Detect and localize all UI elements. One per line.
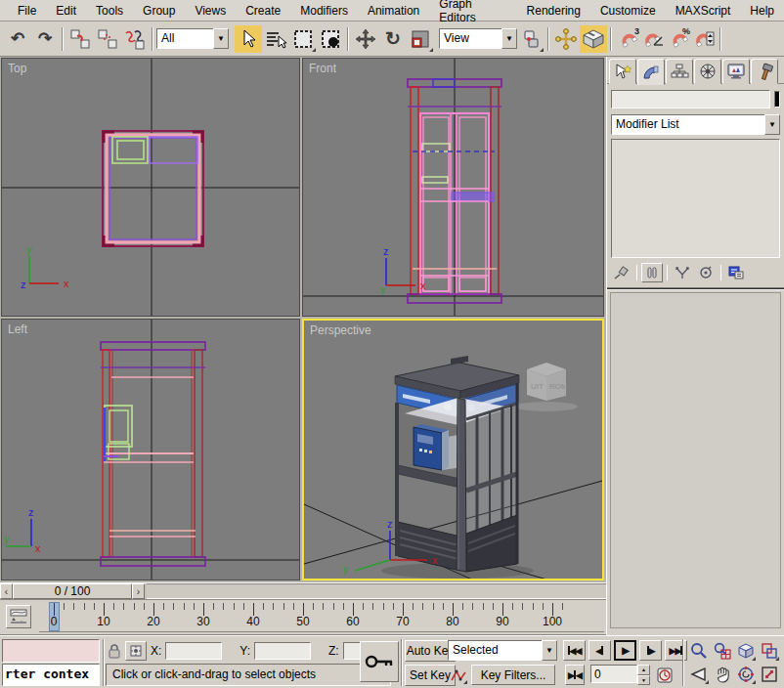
menu-group[interactable]: Group <box>133 2 185 20</box>
absolute-offset-mode-button[interactable] <box>125 641 147 661</box>
menu-help[interactable]: Help <box>740 2 784 20</box>
timeline-ruler[interactable]: 0 10 20 30 40 50 60 70 80 90 100 <box>39 602 604 633</box>
select-cursor-icon <box>240 29 257 49</box>
pan-button[interactable] <box>712 664 733 685</box>
selection-lock-icon[interactable] <box>108 643 121 659</box>
spinner-down-button[interactable]: ▼ <box>637 675 650 686</box>
menu-file[interactable]: File <box>8 2 46 20</box>
viewport-perspective[interactable]: UIT ROM <box>302 319 604 580</box>
zoom-extents-button[interactable] <box>735 640 757 662</box>
menu-edit[interactable]: Edit <box>46 2 86 20</box>
menu-rendering[interactable]: Rendering <box>517 2 590 20</box>
object-name-field[interactable] <box>611 90 770 108</box>
play-button[interactable]: ▶ <box>614 640 636 661</box>
reference-coordinate-system-dropdown[interactable]: View ▼ <box>439 28 517 49</box>
current-frame-field[interactable] <box>590 665 637 683</box>
macro-recorder-pane[interactable] <box>2 639 100 663</box>
menu-maxscript[interactable]: MAXScript <box>666 2 741 20</box>
tab-display[interactable] <box>722 59 750 84</box>
menu-bar: File Edit Tools Group Views Create Modif… <box>0 0 784 22</box>
time-slider-next-button[interactable]: › <box>132 583 145 599</box>
select-and-link-button[interactable] <box>66 25 94 53</box>
key-filters-button[interactable]: Key Filters... <box>471 665 555 685</box>
window-crossing-toggle-button[interactable] <box>317 25 344 53</box>
select-and-move-button[interactable] <box>352 25 379 53</box>
chevron-down-icon[interactable]: ▼ <box>501 28 517 49</box>
select-and-manipulate-button[interactable] <box>552 25 580 53</box>
go-to-start-button[interactable]: ◀◀ <box>563 640 586 661</box>
snaps-toggle-button[interactable]: 3 <box>615 26 640 52</box>
zoom-extents-all-button[interactable] <box>759 640 780 662</box>
viewport-top-label[interactable]: Top <box>8 62 26 75</box>
menu-views[interactable]: Views <box>185 2 236 20</box>
select-by-name-button[interactable] <box>262 25 289 53</box>
object-color-swatch[interactable] <box>774 91 780 108</box>
chevron-down-icon[interactable]: ▼ <box>542 640 557 661</box>
set-keys-button[interactable] <box>360 641 399 682</box>
default-tangent-button[interactable] <box>448 665 468 685</box>
menu-customize[interactable]: Customize <box>590 2 666 20</box>
percent-snap-toggle-button[interactable]: % <box>666 26 691 52</box>
select-and-scale-button[interactable] <box>407 25 434 53</box>
spinner-snap-toggle-button[interactable] <box>691 26 717 52</box>
chevron-down-icon[interactable]: ▼ <box>213 28 229 49</box>
make-unique-button[interactable] <box>672 263 693 282</box>
use-pivot-point-center-button[interactable] <box>517 25 544 53</box>
select-and-rotate-button[interactable]: ↻ <box>379 25 407 53</box>
show-end-result-button[interactable] <box>641 263 663 282</box>
menu-animation[interactable]: Animation <box>358 2 429 20</box>
viewport-front-label[interactable]: Front <box>309 62 336 75</box>
configure-modifier-sets-button[interactable] <box>725 263 747 282</box>
maxscript-mini-listener[interactable]: rter contex <box>2 664 100 686</box>
undo-button[interactable]: ↶ <box>4 25 31 53</box>
viewport-perspective-label[interactable]: Perspective <box>310 323 371 337</box>
command-panel: Modifier List ▼ <box>606 57 784 635</box>
next-frame-button[interactable]: ▶ <box>639 640 662 661</box>
remove-modifier-button[interactable] <box>695 263 717 282</box>
redo-button[interactable]: ↷ <box>31 25 59 53</box>
bind-to-space-warp-button[interactable] <box>121 25 149 53</box>
unlink-selection-button[interactable] <box>94 25 121 53</box>
modifier-list-dropdown[interactable]: Modifier List ▼ <box>611 114 780 135</box>
zoom-all-button[interactable] <box>712 640 733 662</box>
tab-hierarchy[interactable] <box>666 59 693 84</box>
key-mode-toggle-button[interactable]: ▶◀ <box>565 665 585 685</box>
keyboard-shortcut-override-toggle[interactable] <box>580 25 607 53</box>
x-coordinate-field[interactable] <box>165 642 222 660</box>
tab-utilities[interactable] <box>751 59 778 84</box>
tab-create[interactable] <box>609 59 636 84</box>
time-configuration-button[interactable] <box>655 665 675 685</box>
key-mode-dropdown[interactable]: Selected ▼ <box>448 640 557 661</box>
chevron-down-icon[interactable]: ▼ <box>764 114 780 135</box>
field-of-view-button[interactable] <box>688 664 710 685</box>
time-slider-prev-button[interactable]: ‹ <box>0 583 13 599</box>
spinner-up-button[interactable]: ▲ <box>637 665 650 675</box>
menu-modifiers[interactable]: Modifiers <box>290 2 358 20</box>
create-icon <box>613 63 632 80</box>
angle-snap-toggle-button[interactable] <box>640 26 666 52</box>
modifier-stack-list[interactable] <box>611 139 780 258</box>
viewport-left-label[interactable]: Left <box>8 322 27 336</box>
perspective-view-scene: UIT ROM <box>304 321 602 579</box>
viewport-left[interactable]: z y x Left <box>1 319 300 580</box>
rectangular-selection-region-button[interactable] <box>289 25 317 53</box>
viewport-top[interactable]: y x z Top <box>1 58 300 317</box>
menu-create[interactable]: Create <box>236 2 290 20</box>
open-mini-curve-editor-button[interactable] <box>6 605 31 628</box>
select-object-button[interactable] <box>235 25 262 53</box>
zoom-button[interactable] <box>688 640 710 662</box>
maximize-viewport-toggle-button[interactable] <box>759 664 780 685</box>
tab-motion[interactable] <box>694 59 721 84</box>
selection-filter-value: All <box>156 28 213 49</box>
menu-tools[interactable]: Tools <box>86 2 133 20</box>
y-coordinate-field[interactable] <box>254 642 311 660</box>
previous-frame-button[interactable]: ◀ <box>588 640 611 661</box>
tab-modify[interactable] <box>637 59 665 85</box>
selection-filter-dropdown[interactable]: All ▼ <box>156 28 229 49</box>
time-slider-handle[interactable]: 0 / 100 <box>13 583 132 599</box>
viewport-front[interactable]: z x y Front <box>302 58 604 317</box>
arc-rotate-button[interactable] <box>735 664 757 685</box>
pivot-center-icon <box>521 28 541 50</box>
time-slider-track[interactable] <box>147 583 606 599</box>
pin-stack-button[interactable] <box>611 263 632 282</box>
